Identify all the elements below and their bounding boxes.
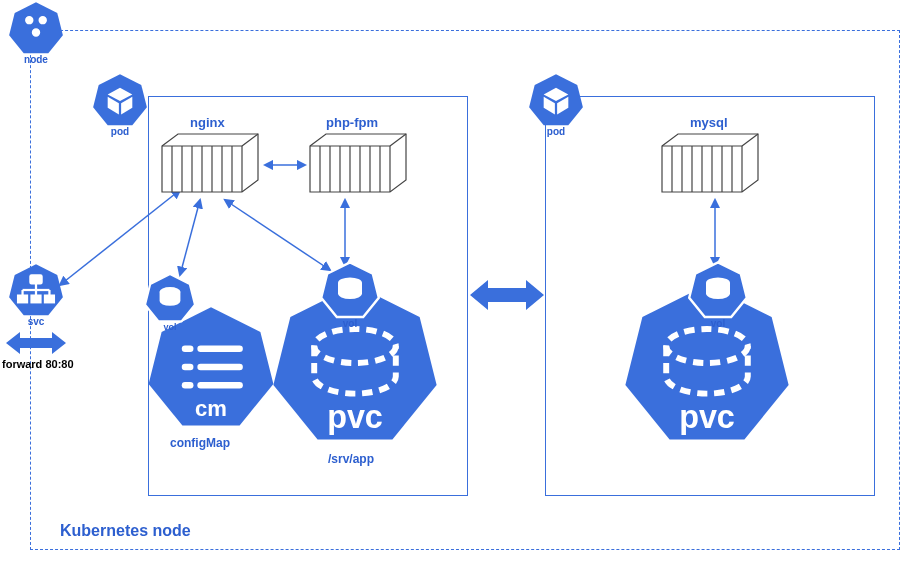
svg-text:pvc: pvc xyxy=(679,399,735,435)
vol-pvc-pod2-icon: vol xyxy=(688,260,748,320)
svg-point-7 xyxy=(26,17,33,24)
svg-marker-20 xyxy=(6,332,66,354)
svg-rect-11 xyxy=(30,275,41,283)
svg-text:cm: cm xyxy=(195,396,227,421)
svg-rect-18 xyxy=(32,296,41,303)
node-icon: node xyxy=(8,0,64,56)
pvc-pod1-sub-label: /srv/app xyxy=(328,452,374,466)
forward-label: forward 80:80 xyxy=(2,358,74,370)
vol-pvc-pod1-icon: vol xyxy=(320,260,380,320)
svg-text:pvc: pvc xyxy=(327,399,383,435)
svg-marker-51 xyxy=(662,134,758,192)
vol-pvc-pod2-label: vol xyxy=(688,318,748,329)
pod-1-label: pod xyxy=(92,126,148,137)
pod-2-icon: pod xyxy=(528,72,584,128)
vol-pvc-pod1-label: vol xyxy=(320,318,380,329)
php-fpm-container-icon xyxy=(308,132,408,194)
svg-marker-77 xyxy=(470,280,544,310)
mysql-label: mysql xyxy=(690,115,728,130)
svg-marker-29 xyxy=(162,134,258,192)
mysql-container-icon xyxy=(660,132,760,194)
svc-icon: svc xyxy=(8,262,64,318)
php-fpm-label: php-fpm xyxy=(326,115,378,130)
pod-link-arrow-icon xyxy=(470,278,544,312)
vol-cm-icon: vol xyxy=(144,272,196,324)
svg-rect-19 xyxy=(45,296,54,303)
vol-cm-label: vol xyxy=(144,322,196,332)
svg-point-8 xyxy=(39,17,46,24)
svg-marker-40 xyxy=(310,134,406,192)
svg-rect-17 xyxy=(18,296,27,303)
svg-point-9 xyxy=(33,29,40,36)
nginx-container-icon xyxy=(160,132,260,194)
nginx-label: nginx xyxy=(190,115,225,130)
configmap-sub-label: configMap xyxy=(170,436,230,450)
node-label: node xyxy=(8,54,64,65)
pod-2-label: pod xyxy=(528,126,584,137)
forward-arrow-icon xyxy=(6,330,66,356)
svg-marker-6 xyxy=(9,2,63,53)
svc-label: svc xyxy=(8,316,64,327)
pod-1-icon: pod xyxy=(92,72,148,128)
kubernetes-node-title: Kubernetes node xyxy=(60,522,191,540)
